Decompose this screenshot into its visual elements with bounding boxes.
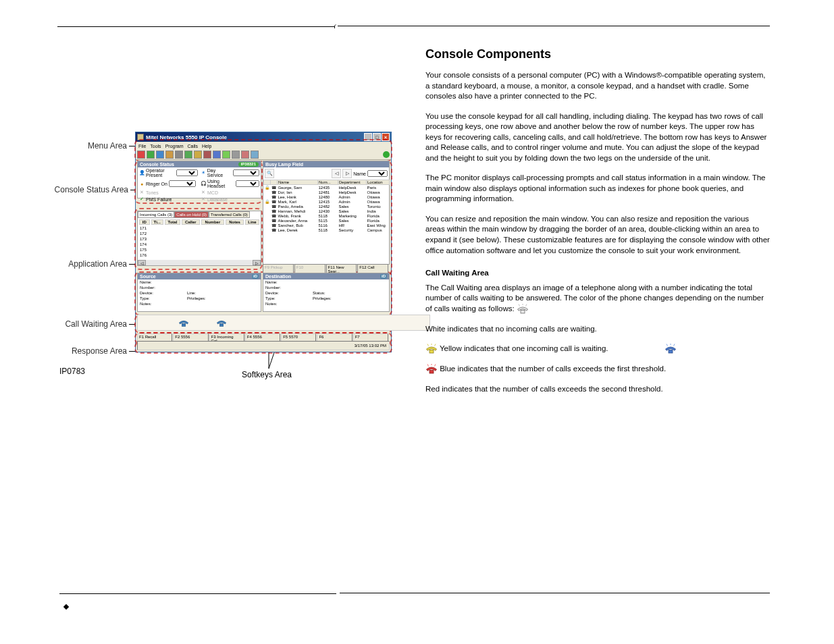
table-row[interactable]: 175 [139, 248, 259, 252]
scroll-left-icon[interactable]: ◁ [138, 260, 146, 265]
status-ringer-select[interactable] [169, 180, 196, 187]
dest-type-label: Type: [265, 296, 292, 300]
table-row[interactable]: ☎Pardo, Amelia12482SalesToronto [264, 204, 390, 209]
status-headset-select[interactable] [236, 180, 259, 187]
tab-hold[interactable]: Calls on Hold (0) [174, 211, 209, 218]
src-name-label: Name: [140, 280, 167, 284]
cwa-b2a: Yellow [440, 344, 462, 352]
status-operator-present: Operator Present [146, 168, 175, 178]
annot-softkeys: Softkeys Area [242, 370, 292, 379]
inc-col-2[interactable]: Total [165, 219, 180, 225]
inc-col-5[interactable]: Notes [226, 219, 244, 225]
table-row[interactable]: 176 [139, 253, 259, 257]
src-number-label: Number: [140, 286, 167, 290]
statusbar: 3/17/05 13:02 PM [137, 341, 390, 350]
cwa-b4a: Red [425, 385, 440, 393]
info-badge-icon[interactable]: iD [380, 274, 387, 279]
status-day-service: Day Service [207, 168, 232, 178]
blf-search-label: Name [353, 171, 366, 176]
svg-rect-12 [669, 350, 673, 354]
status-tag: IP38321 [238, 162, 259, 167]
svg-line-14 [673, 344, 675, 346]
header-rule [57, 26, 770, 27]
status-headset: Using Headset [207, 179, 234, 188]
status-ringer-on: Ringer On [146, 182, 167, 186]
phone-red-icon [425, 364, 438, 375]
table-row[interactable]: 174 [139, 242, 259, 246]
source-panel: SourceiD Name: Number: Device:Line: Type… [137, 273, 261, 312]
blf-search-select[interactable] [367, 170, 388, 177]
inc-col-0[interactable]: ID [139, 219, 150, 225]
inc-col-3[interactable]: Caller [182, 219, 200, 225]
table-row[interactable]: 🔒☎George, Sam12435HelpDeskParis [264, 185, 390, 190]
incoming-panel: Incoming Calls (3) Calls on Hold (0) Tra… [137, 211, 261, 266]
dest-priv-label: Privileges: [313, 296, 332, 300]
table-row[interactable]: ☎Lee, Derek5118SecurityCampus [264, 227, 390, 232]
svg-line-9 [427, 344, 429, 346]
blf-col-2[interactable]: Name [278, 180, 318, 185]
annot-console-status: Console Status Area [47, 185, 128, 194]
table-row[interactable]: 171 [139, 226, 259, 230]
src-line-label: Line: [187, 291, 196, 295]
tab-incoming[interactable]: Incoming Calls (3) [138, 211, 174, 218]
phone-white-icon [517, 304, 529, 315]
table-row[interactable]: ☎Lee, Hank12480AdminOttawa [264, 194, 390, 199]
svg-line-18 [435, 365, 436, 367]
blf-panel: Busy Lamp Field 🔍 ◁ ▷ Name Name Num... D… [263, 161, 390, 265]
cwa-b4b: indicates that the number of calls excee… [440, 385, 663, 393]
annot-callwaiting: Call Waiting Area [59, 319, 127, 329]
blf-nav-prev-icon[interactable]: ◁ [332, 169, 341, 178]
dest-number-label: Number: [265, 286, 292, 290]
body-p2: You use the console keypad for all call … [425, 111, 770, 164]
blf-header: Busy Lamp Field [263, 161, 389, 167]
annot-application: Application Area [59, 259, 127, 269]
blf-table: Name Num... Department Location 🔒☎George… [263, 180, 390, 232]
cwa-b3a: Blue [440, 365, 455, 373]
app-window: Mitel Networks 5550 IP Console _ □ × Fil… [135, 132, 392, 352]
src-device-label: Device: [140, 291, 167, 295]
cwa-p: The Call Waiting area displays an image … [425, 284, 764, 313]
table-row[interactable]: ☎Dor, Ian12481HelpDeskOttawa [264, 190, 390, 194]
console-status-panel: Console Status IP38321 👤Operator Present… [137, 161, 261, 198]
dest-header: Destination [265, 274, 291, 279]
tab-transferred[interactable]: Transferred Calls (0) [209, 211, 250, 218]
blf-col-1[interactable] [271, 180, 278, 185]
footer [59, 593, 770, 614]
destination-panel: DestinationiD Name: Number: Device:Statu… [263, 273, 390, 312]
table-row[interactable]: ☎Webb, Frank5118MarketingFlorida [264, 213, 390, 218]
inc-col-1[interactable]: Ti... [151, 219, 163, 225]
table-row[interactable]: 🔒☎Mark, Karl12415AdminOttawa [264, 199, 390, 204]
table-row[interactable]: ☎Sanchez, Bob5116HREast Wing [264, 223, 390, 227]
status-operator-select[interactable] [176, 169, 198, 176]
status-day-select[interactable] [233, 169, 259, 176]
dest-status-label: Status: [313, 291, 325, 295]
status-pms-failure: PMS Failure [146, 197, 172, 202]
info-badge-icon[interactable]: iD [252, 274, 259, 279]
blf-col-3[interactable]: Num... [318, 180, 338, 185]
inc-col-6[interactable]: Line [245, 219, 259, 225]
blf-col-5[interactable]: Location [367, 180, 390, 185]
status-tones: Tones [146, 190, 159, 195]
blf-nav-next-icon[interactable]: ▷ [342, 169, 352, 178]
source-header: Source [140, 274, 156, 279]
phone-waiting-icon [216, 318, 227, 327]
src-type-label: Type: [140, 296, 167, 300]
annot-response: Response Area [59, 346, 127, 356]
body-p1: Your console consists of a personal comp… [425, 70, 770, 102]
scroll-right-icon[interactable]: ▷ [253, 260, 261, 265]
statusbar-datetime: 3/17/05 13:02 PM [355, 344, 386, 348]
table-row[interactable]: 172 [139, 232, 259, 236]
table-row[interactable]: 173 [139, 237, 259, 241]
page-title: Console Components [425, 46, 770, 62]
svg-rect-8 [429, 350, 434, 354]
body-p4: You can resize and reposition the main w… [425, 214, 770, 256]
svg-line-13 [667, 344, 668, 346]
search-icon[interactable]: 🔍 [265, 169, 274, 178]
inc-col-4[interactable]: Number [201, 219, 224, 225]
table-row[interactable]: ☎Alexander, Anna5115SalesFlorida [264, 218, 390, 223]
blf-col-4[interactable]: Department [338, 180, 367, 185]
table-row[interactable]: ☎Hannan, Mehdi12430SalesIndia [264, 209, 390, 213]
cwa-b1b: indicates that no incoming calls are wai… [445, 325, 596, 333]
cwa-heading: Call Waiting Area [425, 268, 770, 279]
blf-col-0[interactable] [264, 180, 271, 185]
